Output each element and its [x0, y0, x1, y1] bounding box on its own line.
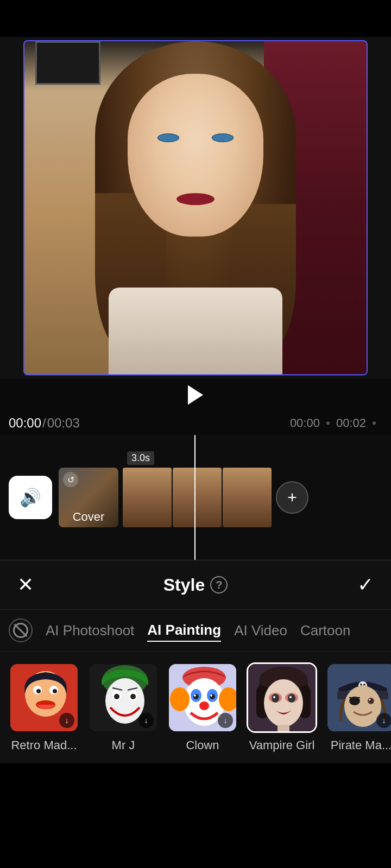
tab-cartoon[interactable]: Cartoon — [300, 620, 351, 641]
svg-rect-40 — [278, 725, 289, 733]
video-preview — [0, 37, 391, 379]
svg-point-24 — [193, 694, 199, 699]
tab-ai-video[interactable]: AI Video — [234, 620, 287, 641]
svg-point-27 — [210, 694, 212, 697]
time-total: 00:03 — [47, 416, 80, 431]
close-button[interactable]: ✕ — [17, 575, 34, 595]
cover-label: Cover — [73, 510, 105, 524]
download-icon-mr-j: ↓ — [138, 713, 154, 728]
tab-ai-photoshoot[interactable]: AI Photoshoot — [46, 620, 134, 641]
style-item-vampire-girl[interactable]: Vampire Girl — [247, 662, 317, 752]
style-panel: ✕ Style ? ✓ AI Photoshoot AI Painting AI… — [0, 560, 391, 763]
playback-controls — [0, 379, 391, 411]
svg-point-44 — [360, 684, 362, 686]
style-items-grid: ↓ Retro Mad... — [0, 652, 391, 763]
svg-point-26 — [194, 694, 196, 697]
marker-2: 00:02 — [336, 416, 366, 430]
eye-right — [212, 133, 234, 142]
strip-frame-inner-2 — [173, 468, 222, 527]
time-current: 00:00 — [9, 416, 41, 431]
top-bar — [0, 0, 391, 37]
svg-point-13 — [114, 694, 119, 699]
track-content: 🔊 ↺ Cover 3.0s + — [0, 468, 391, 527]
download-icon-retro-mad: ↓ — [59, 713, 74, 728]
style-thumb-vampire-girl — [247, 662, 317, 733]
tab-ai-painting[interactable]: AI Painting — [147, 620, 221, 642]
svg-point-21 — [219, 687, 238, 711]
add-clip-button[interactable]: + — [276, 481, 308, 514]
svg-point-28 — [199, 701, 209, 710]
svg-point-25 — [210, 694, 215, 699]
svg-point-39 — [289, 696, 292, 698]
svg-point-38 — [273, 696, 275, 698]
style-thumb-mr-j: ↓ — [88, 662, 159, 733]
style-item-pirate-ma[interactable]: ↓ Pirate Ma... — [326, 662, 391, 752]
style-thumb-pirate-ma: ↓ — [326, 662, 391, 733]
svg-point-6 — [53, 689, 57, 693]
style-label-clown: Clown — [186, 738, 219, 752]
style-title-group: Style ? — [163, 575, 228, 595]
style-item-clown[interactable]: ↓ Clown — [167, 662, 238, 752]
video-frame — [23, 40, 368, 375]
style-thumb-retro-mad: ↓ — [9, 662, 79, 733]
timeline-dot-2 — [373, 422, 376, 425]
time-separator: / — [42, 416, 46, 431]
cover-thumbnail[interactable]: ↺ Cover — [59, 468, 118, 527]
help-icon[interactable]: ? — [210, 576, 228, 593]
style-item-retro-mad[interactable]: ↓ Retro Mad... — [9, 662, 79, 752]
eye-left — [157, 133, 179, 142]
style-label-retro-mad: Retro Mad... — [11, 738, 77, 752]
playhead — [194, 435, 195, 560]
no-style-button[interactable] — [9, 618, 33, 642]
strip-frame-2 — [173, 468, 222, 527]
download-icon-pirate-ma: ↓ — [376, 713, 391, 728]
svg-point-20 — [170, 687, 190, 711]
portrait-bg — [24, 41, 367, 374]
strip-frame-3 — [223, 468, 272, 527]
timeline-bar: 00:00 / 00:03 00:00 00:02 — [0, 411, 391, 435]
clothing — [109, 288, 282, 374]
style-thumb-clown: ↓ — [167, 662, 238, 733]
svg-point-46 — [344, 686, 381, 727]
lips — [176, 193, 215, 205]
play-button[interactable] — [188, 385, 203, 405]
strip-frame-1 — [123, 468, 172, 527]
volume-icon: 🔊 — [20, 487, 41, 508]
svg-point-33 — [264, 679, 303, 727]
svg-point-5 — [36, 689, 41, 693]
svg-point-37 — [288, 694, 295, 703]
svg-point-36 — [272, 694, 279, 703]
svg-point-45 — [363, 684, 365, 686]
no-style-icon — [13, 623, 28, 638]
cover-arrow-icon: ↺ — [63, 472, 78, 487]
strip-frame-inner-3 — [223, 468, 272, 527]
category-tabs: AI Photoshoot AI Painting AI Video Carto… — [0, 610, 391, 652]
style-item-mr-j[interactable]: ↓ Mr J — [88, 662, 159, 752]
track-area: 🔊 ↺ Cover 3.0s + — [0, 435, 391, 560]
track-timeline: ↺ Cover 3.0s + — [59, 468, 382, 527]
style-header: ✕ Style ? ✓ — [0, 560, 391, 610]
timeline-dot-1 — [326, 422, 330, 425]
style-img-vampire-girl — [248, 664, 316, 731]
portrait-face — [128, 74, 263, 237]
bg-picture-frame — [35, 41, 100, 85]
video-strip[interactable]: 3.0s — [123, 468, 272, 527]
download-icon-clown: ↓ — [218, 713, 233, 728]
strip-frame-inner-1 — [123, 468, 172, 527]
svg-point-14 — [130, 694, 136, 699]
timeline-markers: 00:00 00:02 — [80, 416, 382, 430]
style-label-vampire-girl: Vampire Girl — [249, 738, 315, 752]
duration-badge: 3.0s — [127, 451, 154, 465]
style-label-mr-j: Mr J — [112, 738, 135, 752]
volume-button[interactable]: 🔊 — [9, 476, 52, 519]
marker-1: 00:00 — [290, 416, 320, 430]
style-label-pirate-ma: Pirate Ma... — [331, 738, 391, 752]
style-title: Style — [163, 575, 205, 595]
confirm-button[interactable]: ✓ — [357, 573, 374, 596]
svg-point-51 — [369, 699, 371, 701]
